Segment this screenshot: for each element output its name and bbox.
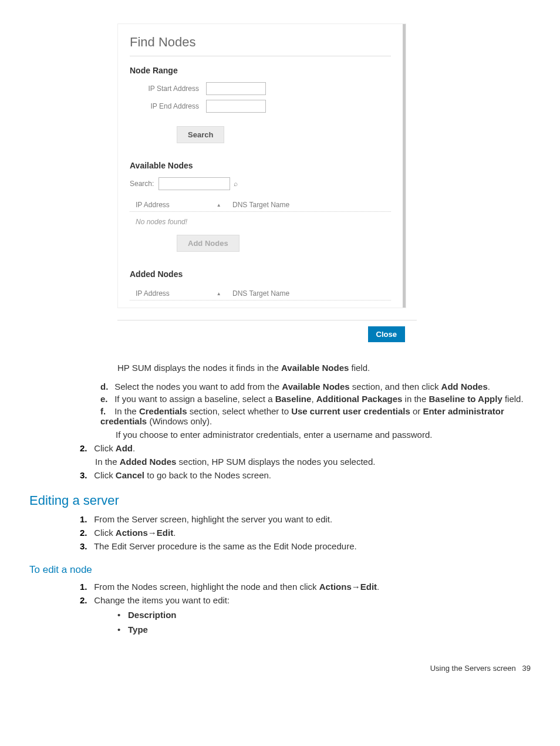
step-f: f. In the Credentials section, select wh…: [97, 406, 531, 440]
no-nodes-message: No nodes found!: [136, 218, 391, 226]
edit-step-2: 2. Click Actions→Edit.: [76, 528, 531, 538]
col-ip-address-2[interactable]: IP Address ▲: [136, 289, 232, 298]
editing-steps: 1. From the Server screen, highlight the…: [76, 514, 531, 551]
sort-icon: ▲: [217, 291, 221, 296]
dialog-title: Find Nodes: [130, 35, 391, 50]
node-step-1: 1. From the Nodes screen, highlight the …: [76, 582, 531, 592]
step-f-note: If you choose to enter administrator cre…: [116, 430, 531, 440]
edit-step-1: 1. From the Server screen, highlight the…: [76, 514, 531, 524]
divider: [130, 56, 391, 56]
step-2: 2. Click Add. In the Added Nodes section…: [76, 443, 531, 467]
add-nodes-button[interactable]: Add Nodes: [177, 235, 239, 252]
heading-to-edit-node: To edit a node: [29, 564, 531, 576]
ip-end-input[interactable]: [206, 100, 266, 113]
col-ip-address[interactable]: IP Address ▲: [136, 201, 232, 209]
added-table-header: IP Address ▲ DNS Target Name: [130, 289, 391, 301]
step-d: d. Select the nodes you want to add from…: [97, 382, 531, 391]
edit-items-list: •Description •Type: [117, 610, 531, 634]
dialog-footer: Close: [117, 320, 417, 354]
bullet-description: •Description: [117, 610, 531, 620]
col-ip-label-2: IP Address: [136, 289, 170, 298]
col-ip-label: IP Address: [136, 201, 170, 209]
heading-editing-server: Editing a server: [29, 493, 531, 508]
search-button[interactable]: Search: [177, 126, 224, 143]
step-e: e. If you want to assign a baseline, sel…: [97, 394, 531, 404]
search-label: Search:: [130, 180, 154, 188]
available-search-input[interactable]: [158, 177, 230, 190]
search-icon: ⌕: [234, 180, 238, 188]
section-available-nodes: Available Nodes: [130, 161, 391, 170]
sub-steps-list: d. Select the nodes you want to add from…: [97, 382, 531, 440]
close-button[interactable]: Close: [368, 326, 405, 342]
ip-start-input[interactable]: [206, 82, 266, 95]
intro-paragraph: HP SUM displays the nodes it finds in th…: [117, 363, 531, 373]
label-ip-start: IP Start Address: [140, 85, 199, 93]
step-3: 3. Click Cancel to go back to the Nodes …: [76, 470, 531, 480]
sort-icon: ▲: [217, 202, 221, 208]
section-node-range: Node Range: [130, 66, 391, 75]
edit-step-3: 3. The Edit Server procedure is the same…: [76, 541, 531, 551]
section-added-nodes: Added Nodes: [130, 269, 391, 279]
label-ip-end: IP End Address: [140, 102, 199, 110]
node-step-2: 2. Change the items you want to edit:: [76, 595, 531, 605]
numbered-steps: 2. Click Add. In the Added Nodes section…: [76, 443, 531, 480]
available-table-header: IP Address ▲ DNS Target Name: [130, 201, 391, 212]
edit-node-steps: 1. From the Nodes screen, highlight the …: [76, 582, 531, 605]
page-footer: Using the Servers screen 39: [29, 664, 531, 673]
bullet-type: •Type: [117, 625, 531, 634]
find-nodes-dialog: Find Nodes Node Range IP Start Address I…: [117, 23, 406, 308]
col-dns-target[interactable]: DNS Target Name: [232, 201, 391, 209]
col-dns-target-2[interactable]: DNS Target Name: [232, 289, 391, 298]
